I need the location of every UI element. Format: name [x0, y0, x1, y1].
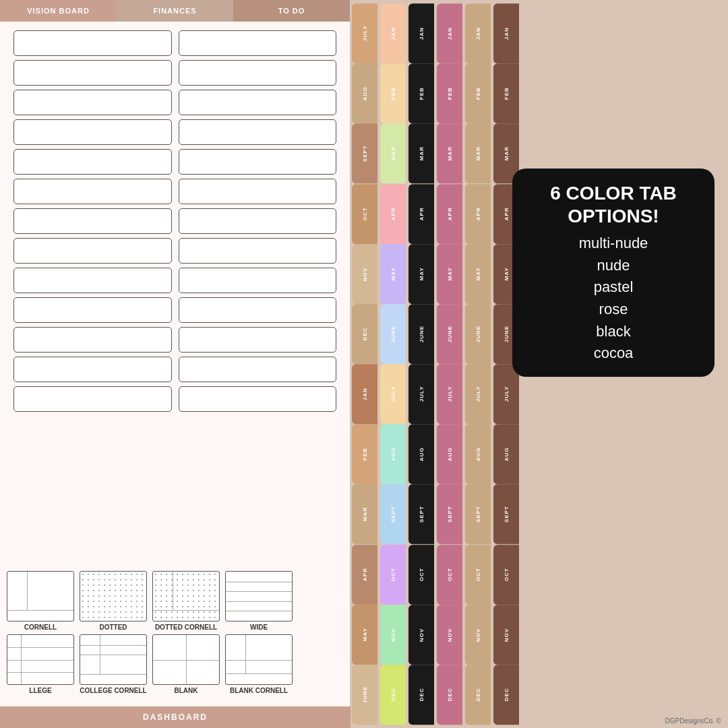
input-box[interactable]: [179, 327, 337, 353]
input-box[interactable]: [13, 30, 172, 56]
rose-tab-may: MAY: [437, 244, 462, 304]
color-options-list: multi-nude nude pastel rose black cocoa: [533, 234, 694, 363]
tab-column-pastel: JAN FEB MAR APR MAY JUNE JULY AUG SEPT O…: [379, 0, 407, 728]
watermark: DGPDesignsCo. ©: [665, 717, 721, 725]
college-cornell-preview: [80, 634, 147, 685]
input-box[interactable]: [179, 60, 337, 86]
nude-tab-september: SEPT: [465, 484, 491, 544]
input-box[interactable]: [179, 238, 337, 264]
row-pair: [13, 179, 336, 204]
pastel-tab-july: JULY: [380, 364, 406, 424]
cornell-vert-line: [173, 572, 173, 611]
wide-label: WIDE: [250, 624, 268, 631]
row-pair: [13, 327, 336, 353]
thumbnail-row-1: CORNELL DOTTED DOTTED CORNELL: [3, 571, 347, 631]
tab-finances[interactable]: FINANCES: [117, 0, 233, 22]
thumbnail-blank: BLANK: [152, 634, 220, 694]
cocoa-tab-january: JAN: [493, 3, 519, 63]
input-box[interactable]: [13, 386, 172, 412]
cocoa-tab-february: FEB: [493, 63, 519, 123]
input-box[interactable]: [179, 119, 337, 145]
tab-column-black: JAN FEB MAR APR MAY JUNE JULY AUG SEPT O…: [407, 0, 435, 728]
row-pair: [13, 60, 336, 86]
pastel-tab-october: OCT: [380, 545, 406, 605]
input-box[interactable]: [179, 90, 337, 115]
color-option-multi-nude: multi-nude: [533, 234, 694, 253]
nude-tab-june: JUNE: [465, 304, 491, 364]
dotted-preview: [80, 571, 147, 621]
input-box[interactable]: [13, 119, 172, 145]
color-option-rose: rose: [533, 300, 694, 320]
dotted-cornell-label: DOTTED CORNELL: [155, 624, 217, 631]
cornell-label: CORNELL: [24, 624, 57, 631]
month-tab-november: NOV: [352, 244, 377, 304]
cocoa-tab-october: OCT: [493, 545, 519, 605]
month-tab-february: FEB: [352, 424, 377, 484]
pastel-tab-december: DEC: [380, 665, 406, 725]
input-box[interactable]: [179, 30, 337, 56]
rose-tab-march: MAR: [437, 123, 462, 183]
pastel-tab-april: APR: [380, 184, 406, 244]
pastel-tab-may: MAY: [380, 244, 406, 304]
input-box[interactable]: [179, 297, 337, 323]
rose-tab-april: APR: [437, 184, 462, 244]
input-box[interactable]: [13, 90, 172, 115]
row-pair: [13, 357, 336, 382]
rose-tab-october: OCT: [437, 545, 462, 605]
input-box[interactable]: [13, 179, 172, 204]
black-tab-july: JULY: [408, 364, 434, 424]
black-tab-september: SEPT: [408, 484, 434, 544]
month-tab-january: JAN: [352, 364, 377, 424]
rose-tab-december: DEC: [437, 665, 462, 725]
input-box[interactable]: [179, 149, 337, 175]
dotted-cornell-preview: [152, 571, 220, 621]
row-pair: [13, 90, 336, 115]
black-tab-june: JUNE: [408, 304, 434, 364]
thumbnail-dotted: DOTTED: [80, 571, 147, 631]
input-box[interactable]: [13, 238, 172, 264]
black-tab-april: APR: [408, 184, 434, 244]
month-tab-june: JUNE: [352, 665, 377, 725]
cornell-vertical-line: [27, 572, 28, 611]
pastel-tab-november: NOV: [380, 605, 406, 665]
input-box[interactable]: [179, 268, 337, 293]
input-box[interactable]: [179, 208, 337, 234]
input-box[interactable]: [179, 357, 337, 382]
cornell-horizontal-line: [7, 610, 73, 611]
input-box[interactable]: [13, 327, 172, 353]
cocoa-tab-november: NOV: [493, 605, 519, 665]
input-box[interactable]: [13, 208, 172, 234]
blank-preview: [152, 634, 220, 685]
thumbnail-blank-cornell: BLANK CORNELL: [225, 634, 293, 694]
thumbnails-section: CORNELL DOTTED DOTTED CORNELL: [0, 568, 351, 701]
input-box[interactable]: [13, 60, 172, 86]
input-box[interactable]: [179, 179, 337, 204]
month-tab-october: OCT: [352, 184, 377, 244]
input-box[interactable]: [13, 357, 172, 382]
black-tab-november: NOV: [408, 605, 434, 665]
row-pair: [13, 238, 336, 264]
tabs-container: JULY AUG SEPT OCT NOV DEC JAN FEB MAR AP…: [351, 0, 526, 728]
dashboard-bar[interactable]: DASHBOARD: [0, 706, 351, 728]
rose-tab-february: FEB: [437, 63, 462, 123]
color-options-panel: 6 COLOR TAB OPTIONS! multi-nude nude pas…: [512, 169, 715, 377]
dotted-label: DOTTED: [99, 624, 127, 631]
tab-vision-board[interactable]: VISION BOARD: [0, 0, 117, 22]
thumbnail-cornell: CORNELL: [7, 571, 74, 631]
input-box[interactable]: [13, 297, 172, 323]
thumbnail-college-cornell: COLLEGE CORNELL: [80, 634, 147, 694]
pastel-tab-january: JAN: [380, 3, 406, 63]
color-option-pastel: pastel: [533, 278, 694, 297]
rose-tab-september: SEPT: [437, 484, 462, 544]
black-tab-december: DEC: [408, 665, 434, 725]
nude-tab-december: DEC: [465, 665, 491, 725]
tab-todo[interactable]: TO DO: [233, 0, 350, 22]
cocoa-tab-august: AUG: [493, 424, 519, 484]
input-box[interactable]: [179, 386, 337, 412]
black-tab-may: MAY: [408, 244, 434, 304]
input-box[interactable]: [13, 149, 172, 175]
input-box[interactable]: [13, 268, 172, 293]
input-rows: [0, 25, 350, 417]
thumbnail-wide: WIDE: [225, 571, 293, 631]
month-tab-august: AUG: [352, 63, 377, 123]
